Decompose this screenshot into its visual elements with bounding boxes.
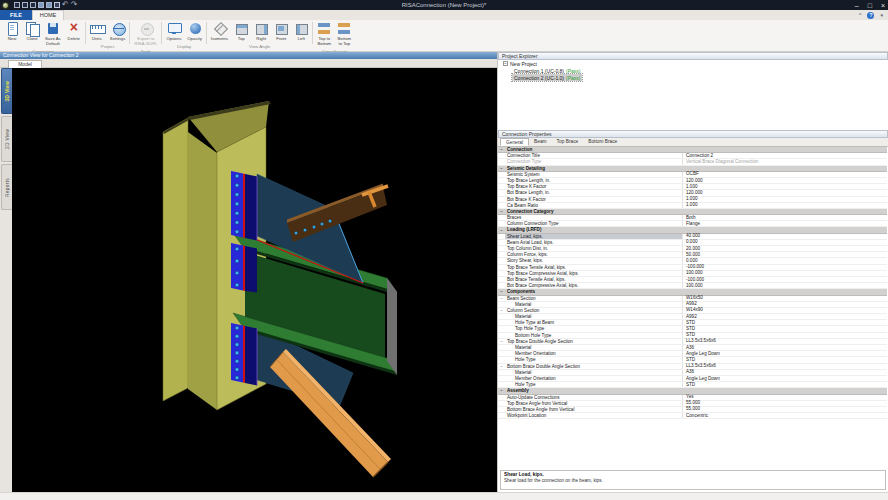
button-label: Top bbox=[238, 36, 245, 41]
opacity-button[interactable]: Opacity bbox=[184, 20, 205, 42]
button-label: Units bbox=[92, 36, 102, 41]
units-button[interactable]: Units bbox=[87, 20, 107, 42]
save-all-icon[interactable] bbox=[46, 2, 52, 8]
export-to-risa-3d-fl-button[interactable]: Export to RISA-3D/FL bbox=[131, 20, 160, 47]
property-value[interactable]: Yes bbox=[683, 394, 887, 400]
property-value[interactable]: 1.000 bbox=[683, 184, 887, 190]
property-value[interactable]: STD bbox=[683, 320, 887, 326]
properties-tab-top-brace[interactable]: Top Brace bbox=[552, 138, 584, 146]
tab-home[interactable]: HOME bbox=[32, 10, 64, 20]
property-value[interactable]: 1.000 bbox=[683, 202, 887, 208]
property-value[interactable]: 1.000 bbox=[683, 196, 887, 202]
property-value[interactable]: STD bbox=[683, 357, 887, 363]
property-value[interactable]: 120.000 bbox=[683, 178, 887, 184]
property-value[interactable]: Both bbox=[683, 215, 887, 221]
property-value[interactable]: 0.000 bbox=[683, 239, 887, 245]
side-tab-3d-view[interactable]: 3D View bbox=[1, 68, 12, 114]
property-value[interactable]: Connection 2 bbox=[683, 153, 887, 159]
row-marker[interactable]: − bbox=[498, 209, 505, 214]
tree-item-connection-1[interactable]: Connection 1 (UC-0.8)(Pass) bbox=[498, 67, 888, 74]
property-value[interactable]: 55.000 bbox=[683, 406, 887, 412]
properties-tab-bottom-brace[interactable]: Bottom Brace bbox=[583, 138, 622, 146]
property-value[interactable]: Vertical Brace Diagonal Connection bbox=[683, 159, 887, 165]
property-value[interactable]: A992 bbox=[683, 301, 887, 307]
collapse-ribbon-icon[interactable]: ^ bbox=[859, 11, 862, 19]
property-value[interactable]: 55.000 bbox=[683, 400, 887, 406]
close-button[interactable]: × bbox=[881, 2, 885, 9]
property-value[interactable]: 40.000 bbox=[683, 233, 887, 239]
model-3d-canvas[interactable] bbox=[12, 68, 497, 492]
row-marker[interactable]: − bbox=[498, 388, 505, 393]
property-value[interactable]: OCBF bbox=[683, 171, 887, 177]
open-folder-icon[interactable] bbox=[22, 2, 28, 8]
new-button[interactable]: New bbox=[2, 20, 22, 42]
property-value[interactable]: 0.000 bbox=[683, 258, 887, 264]
options-button[interactable]: Options bbox=[163, 20, 184, 42]
button-label: Bottom to Top bbox=[337, 36, 351, 46]
top-button[interactable]: Top bbox=[231, 20, 251, 42]
row-marker[interactable]: − bbox=[498, 228, 505, 233]
side-tab-2d-view[interactable]: 2D View bbox=[1, 116, 12, 162]
property-value[interactable]: STD bbox=[683, 326, 887, 332]
row-marker[interactable]: − bbox=[498, 364, 505, 369]
tree-item-connection-2[interactable]: Connection 2 (UC-1.0)(Pass) bbox=[498, 74, 888, 81]
settings-button[interactable]: Settings bbox=[107, 20, 129, 42]
bottom-to-top-button[interactable]: Bottom to Top bbox=[334, 20, 354, 47]
clip-angle-strip-top[interactable] bbox=[231, 171, 257, 240]
isometric-button[interactable]: Isometric bbox=[208, 20, 231, 42]
row-marker[interactable]: − bbox=[498, 339, 505, 344]
undo-icon[interactable]: ↶ bbox=[62, 2, 69, 8]
property-value[interactable]: 20.000 bbox=[683, 246, 887, 252]
property-value[interactable]: STD bbox=[683, 332, 887, 338]
property-value[interactable]: Angle Leg Down bbox=[683, 376, 887, 382]
front-button[interactable]: Front bbox=[271, 20, 291, 42]
print-icon[interactable] bbox=[54, 2, 60, 8]
row-marker[interactable]: − bbox=[498, 147, 505, 152]
property-value[interactable]: Flange bbox=[683, 221, 887, 227]
property-value[interactable]: 50.000 bbox=[683, 252, 887, 258]
property-row-workpoint-location[interactable]: Workpoint LocationConcentric bbox=[498, 413, 887, 419]
tab-file[interactable]: FILE bbox=[0, 10, 32, 20]
clip-angle-strip-bottom[interactable] bbox=[231, 323, 257, 385]
tab-model[interactable]: Model bbox=[8, 60, 42, 68]
properties-tab-beam[interactable]: Beam bbox=[529, 138, 552, 146]
minimize-button[interactable]: – bbox=[855, 2, 859, 9]
property-value[interactable]: STD bbox=[683, 382, 887, 388]
property-value[interactable]: Concentric bbox=[683, 413, 887, 419]
property-value[interactable]: -100.000 bbox=[683, 264, 887, 270]
property-value[interactable]: 100.000 bbox=[683, 283, 887, 289]
maximize-button[interactable]: □ bbox=[868, 2, 872, 9]
tree-collapse-icon[interactable]: − bbox=[503, 61, 508, 66]
row-marker[interactable]: − bbox=[498, 308, 505, 313]
save-icon[interactable] bbox=[38, 2, 44, 8]
property-value[interactable]: 100.000 bbox=[683, 270, 887, 276]
property-value[interactable]: A992 bbox=[683, 314, 887, 320]
top-to-bottom-button[interactable]: Top to Bottom bbox=[314, 20, 334, 47]
side-tab-reports[interactable]: Reports bbox=[1, 164, 12, 210]
property-value[interactable]: A36 bbox=[683, 369, 887, 375]
left-button[interactable]: Left bbox=[291, 20, 311, 42]
clone-button[interactable]: Clone bbox=[22, 20, 42, 42]
help-icon[interactable]: ? bbox=[867, 12, 874, 19]
row-marker[interactable]: − bbox=[498, 166, 505, 171]
property-value[interactable]: W16x50 bbox=[683, 295, 887, 301]
clip-angle-strip-middle[interactable] bbox=[231, 243, 257, 292]
property-value[interactable]: LL3.5x3.5x6x6 bbox=[683, 338, 887, 344]
caret-down-icon[interactable]: ▾ bbox=[880, 12, 883, 18]
delete-button[interactable]: Delete bbox=[64, 20, 84, 42]
property-value[interactable]: 120.000 bbox=[683, 190, 887, 196]
row-marker[interactable]: − bbox=[498, 296, 505, 301]
new-doc-icon[interactable] bbox=[14, 2, 20, 8]
right-button[interactable]: Right bbox=[251, 20, 271, 42]
property-value[interactable]: A36 bbox=[683, 345, 887, 351]
tree-root[interactable]: −New Project bbox=[498, 60, 888, 67]
property-value[interactable]: -100.000 bbox=[683, 277, 887, 283]
property-value[interactable]: LL3.5x3.5x6x6 bbox=[683, 363, 887, 369]
redo-icon[interactable]: ↷ bbox=[71, 2, 78, 8]
save-as-default-button[interactable]: Save As Default bbox=[42, 20, 64, 47]
property-value[interactable]: W14x90 bbox=[683, 307, 887, 313]
paste-icon[interactable] bbox=[30, 2, 36, 8]
properties-tab-general[interactable]: General bbox=[500, 138, 529, 146]
property-value[interactable]: Angle Leg Down bbox=[683, 351, 887, 357]
row-marker[interactable]: − bbox=[498, 289, 505, 294]
